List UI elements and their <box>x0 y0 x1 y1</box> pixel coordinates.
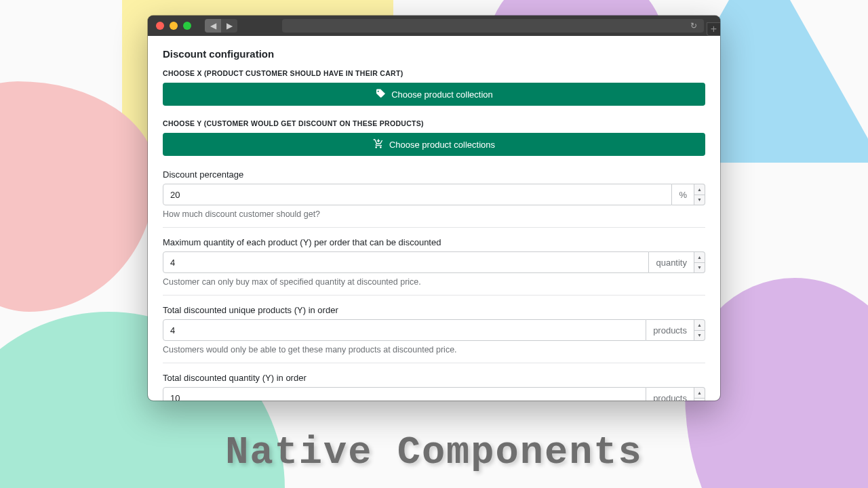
marketing-caption: Native Components <box>0 431 868 474</box>
choose-y-button-label: Choose product collections <box>389 140 495 150</box>
max-qty-each-suffix: quantity <box>649 251 694 273</box>
close-window-button[interactable] <box>156 22 164 30</box>
total-qty-input[interactable] <box>163 387 646 401</box>
stepper-down[interactable]: ▼ <box>694 399 705 401</box>
total-unique-suffix: products <box>646 319 694 341</box>
stepper-up[interactable]: ▲ <box>694 184 705 195</box>
choose-x-label: CHOOSE X (PRODUCT CUSTOMER SHOULD HAVE I… <box>163 69 705 77</box>
discount-percentage-suffix: % <box>672 184 694 205</box>
max-qty-each-label: Maximum quantity of each product (Y) per… <box>163 237 705 247</box>
stepper-down[interactable]: ▼ <box>694 195 705 205</box>
total-qty-suffix: products <box>646 387 694 401</box>
nav-buttons: ◀ ▶ <box>205 19 237 33</box>
total-unique-input[interactable] <box>163 319 646 341</box>
discount-percentage-help: How much discount customer should get? <box>163 209 705 219</box>
stepper-up[interactable]: ▲ <box>694 388 705 399</box>
stepper-down[interactable]: ▼ <box>694 263 705 273</box>
total-qty-stepper: ▲ ▼ <box>694 387 705 401</box>
total-qty-block: Total discounted quantity (Y) in order p… <box>163 363 705 401</box>
max-qty-each-help: Customer can only buy max of specified q… <box>163 277 705 287</box>
max-qty-each-input[interactable] <box>163 251 649 273</box>
url-bar[interactable]: ↻ <box>282 19 704 33</box>
choose-x-button-label: Choose product collection <box>391 89 493 100</box>
choose-y-label: CHOOSE Y (CUSTOMER WOULD GET DISCOUNT ON… <box>163 119 705 127</box>
window-controls <box>156 22 191 30</box>
reload-icon[interactable]: ↻ <box>690 21 697 30</box>
cart-icon <box>373 138 384 151</box>
choose-y-button[interactable]: Choose product collections <box>163 133 705 156</box>
forward-button[interactable]: ▶ <box>221 19 237 33</box>
choose-x-button[interactable]: Choose product collection <box>163 83 705 106</box>
maximize-window-button[interactable] <box>183 22 191 30</box>
minimize-window-button[interactable] <box>170 22 178 30</box>
total-qty-label: Total discounted quantity (Y) in order <box>163 373 705 383</box>
stepper-up[interactable]: ▲ <box>694 252 705 263</box>
total-unique-help: Customers would only be able to get thes… <box>163 345 705 354</box>
discount-percentage-label: Discount percentage <box>163 169 705 180</box>
total-unique-label: Total discounted unique products (Y) in … <box>163 305 705 315</box>
discount-percentage-block: Discount percentage % ▲ ▼ How much disco… <box>163 169 705 227</box>
browser-titlebar: ◀ ▶ ↻ + <box>148 16 720 36</box>
stepper-down[interactable]: ▼ <box>694 331 705 341</box>
total-unique-stepper: ▲ ▼ <box>694 319 705 341</box>
discount-percentage-stepper: ▲ ▼ <box>694 184 705 205</box>
page-title: Discount configuration <box>163 48 705 60</box>
back-button[interactable]: ◀ <box>205 19 221 33</box>
stepper-up[interactable]: ▲ <box>694 320 705 331</box>
max-qty-each-block: Maximum quantity of each product (Y) per… <box>163 227 705 295</box>
discount-percentage-input[interactable] <box>163 184 672 205</box>
tag-icon <box>375 88 386 101</box>
new-tab-button[interactable]: + <box>707 22 720 36</box>
total-unique-block: Total discounted unique products (Y) in … <box>163 295 705 363</box>
page-content: Discount configuration CHOOSE X (PRODUCT… <box>148 36 720 401</box>
max-qty-each-stepper: ▲ ▼ <box>694 251 705 273</box>
browser-window: ◀ ▶ ↻ + Discount configuration CHOOSE X … <box>148 16 720 401</box>
